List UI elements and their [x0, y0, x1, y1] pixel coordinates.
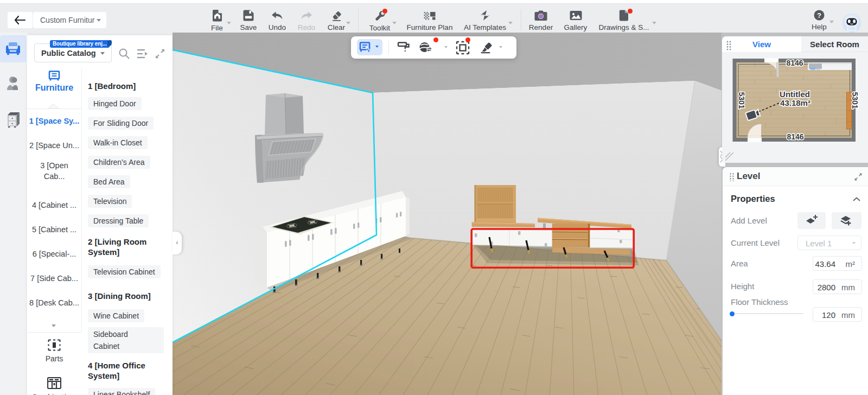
svg-text:?: ?: [817, 11, 821, 20]
svg-text:5301: 5301: [851, 92, 859, 109]
svg-text:8146: 8146: [786, 59, 803, 67]
svg-text:8146: 8146: [787, 132, 803, 141]
svg-text:Untitled: Untitled: [780, 90, 810, 99]
svg-text:5301: 5301: [737, 92, 746, 109]
svg-text:43.18m²: 43.18m²: [780, 98, 810, 107]
